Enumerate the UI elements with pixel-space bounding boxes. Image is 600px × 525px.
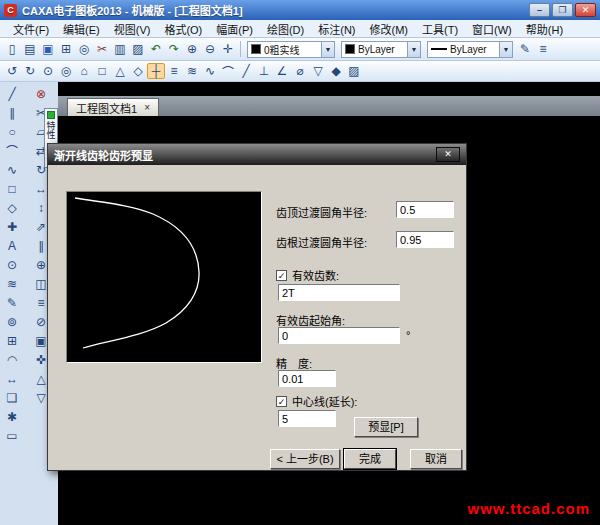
new-view-icon[interactable]: □ bbox=[93, 63, 111, 79]
redo-icon[interactable]: ↷ bbox=[165, 41, 183, 58]
menu-item[interactable]: 幅面(P) bbox=[209, 20, 260, 38]
tooth-profile-preview bbox=[66, 191, 262, 363]
back-button[interactable]: < 上一步(B) bbox=[270, 449, 340, 469]
center-circle-icon[interactable]: ⊙ bbox=[3, 255, 21, 274]
wide-rect-icon[interactable]: ▭ bbox=[3, 426, 21, 445]
line-icon[interactable]: ╱ bbox=[3, 84, 21, 103]
root-fillet-input[interactable] bbox=[396, 231, 454, 248]
close-button[interactable]: ✕ bbox=[575, 3, 596, 17]
copy-icon[interactable]: ▥ bbox=[111, 41, 129, 58]
perpendicular-icon[interactable]: ⊥ bbox=[255, 63, 273, 79]
main-area: ╱∥○⌒∿□◇✚A⊙≋✎⊚⊞◠↔❏✱▭ ⊗✂▱⇄↻↔↕⇗∥⊕◫≡⊘▣✜△▽ 工程… bbox=[0, 82, 600, 525]
new-file-icon[interactable]: ▯ bbox=[3, 41, 21, 58]
arc-icon[interactable]: ⌒ bbox=[3, 141, 21, 160]
edit-style-icon[interactable]: ✎ bbox=[516, 41, 534, 58]
menu-item[interactable]: 帮助(H) bbox=[519, 20, 570, 38]
save-icon[interactable]: ▣ bbox=[39, 41, 57, 58]
line-tool-icon[interactable]: ╱ bbox=[237, 63, 255, 79]
chevron-down-icon[interactable]: ▼ bbox=[321, 42, 334, 57]
zoom-window-icon[interactable]: ◎ bbox=[57, 63, 75, 79]
start-angle-input[interactable] bbox=[278, 327, 400, 344]
paste-icon[interactable]: ▨ bbox=[129, 41, 147, 58]
grid-icon[interactable]: ⊞ bbox=[3, 331, 21, 350]
centerline-checkbox[interactable]: ✓ bbox=[276, 396, 287, 407]
maximize-button[interactable]: ❐ bbox=[552, 3, 573, 17]
menu-item[interactable]: 视图(V) bbox=[107, 20, 158, 38]
preview-button[interactable]: 预显[P] bbox=[354, 417, 418, 437]
menu-item[interactable]: 编辑(E) bbox=[56, 20, 107, 38]
rectangle-icon[interactable]: □ bbox=[3, 179, 21, 198]
linear-dimension-icon[interactable]: ↔ bbox=[3, 369, 21, 388]
menu-item[interactable]: 格式(O) bbox=[157, 20, 209, 38]
menu-bar: 文件(F)编辑(E)视图(V)格式(O)幅面(P)绘图(D)标注(N)修改(M)… bbox=[0, 20, 600, 38]
three-point-arc-icon[interactable]: ◠ bbox=[3, 350, 21, 369]
polygon-icon[interactable]: ◇ bbox=[3, 198, 21, 217]
text-icon[interactable]: A bbox=[3, 236, 21, 255]
diameter-dimension-icon[interactable]: ⌀ bbox=[291, 63, 309, 79]
precision-input[interactable] bbox=[278, 370, 336, 387]
home-view-icon[interactable]: ⌂ bbox=[75, 63, 93, 79]
print-icon[interactable]: ⊞ bbox=[57, 41, 75, 58]
parallel-line-icon[interactable]: ∥ bbox=[3, 103, 21, 122]
block-icon[interactable]: ❏ bbox=[3, 388, 21, 407]
tab-close-icon[interactable]: × bbox=[144, 102, 150, 113]
position-icon[interactable]: ⊚ bbox=[3, 312, 21, 331]
pattern-fill-icon[interactable]: ▨ bbox=[345, 63, 363, 79]
diamond-tool-icon[interactable]: ◆ bbox=[327, 63, 345, 79]
dialog-close-button[interactable]: ✕ bbox=[436, 147, 460, 162]
redraw-icon[interactable]: ↻ bbox=[21, 63, 39, 79]
pan-icon[interactable]: ✛ bbox=[219, 41, 237, 58]
finish-button[interactable]: 完成 bbox=[344, 449, 396, 469]
toolbar-separator bbox=[240, 41, 241, 57]
datum-icon[interactable]: ▽ bbox=[309, 63, 327, 79]
polygon-tool-icon[interactable]: ◇ bbox=[129, 63, 147, 79]
angle-dimension-icon[interactable]: ∠ bbox=[273, 63, 291, 79]
menu-item[interactable]: 修改(M) bbox=[363, 20, 416, 38]
minimize-button[interactable]: – bbox=[529, 3, 550, 17]
refresh-view-icon[interactable]: ↺ bbox=[3, 63, 21, 79]
menu-item[interactable]: 标注(N) bbox=[311, 20, 362, 38]
chevron-down-icon[interactable]: ▼ bbox=[499, 42, 512, 57]
menu-item[interactable]: 窗口(W) bbox=[465, 20, 519, 38]
menu-item[interactable]: 文件(F) bbox=[6, 20, 56, 38]
spline-icon[interactable]: ∿ bbox=[3, 160, 21, 179]
zoom-out-icon[interactable]: ⊖ bbox=[201, 41, 219, 58]
arc-tool-icon[interactable]: ⌒ bbox=[219, 63, 237, 79]
tip-fillet-label: 齿顶过渡圆角半径: bbox=[276, 204, 367, 220]
tip-fillet-input[interactable] bbox=[396, 201, 454, 218]
format-painter-icon[interactable]: ≡ bbox=[534, 41, 552, 58]
centerline-input[interactable] bbox=[278, 410, 336, 427]
titlebar: C CAXA电子图板2013 - 机械版 - [工程图文档1] – ❐ ✕ bbox=[0, 0, 600, 20]
hatch-icon[interactable]: ≋ bbox=[183, 63, 201, 79]
effective-teeth-checkbox[interactable]: ✓ bbox=[276, 270, 287, 281]
toolbar-main-icons: ▯▤▣⊞◎✂▥▨↶↷⊕⊖✛ bbox=[3, 41, 237, 58]
open-file-icon[interactable]: ▤ bbox=[21, 41, 39, 58]
layer-combo[interactable]: 0粗实线 ▼ bbox=[247, 41, 335, 58]
chevron-down-icon[interactable]: ▼ bbox=[407, 42, 420, 57]
menu-item[interactable]: 工具(T) bbox=[415, 20, 465, 38]
point-icon[interactable]: ✚ bbox=[3, 217, 21, 236]
sketch-icon[interactable]: ✎ bbox=[3, 293, 21, 312]
delete-icon[interactable]: ⊗ bbox=[32, 84, 50, 103]
undo-icon[interactable]: ↶ bbox=[147, 41, 165, 58]
crosshair-tool-icon[interactable]: ┼ bbox=[147, 63, 165, 79]
document-tab[interactable]: 工程图文档1 × bbox=[67, 98, 159, 116]
zoom-in-icon[interactable]: ⊕ bbox=[183, 41, 201, 58]
draw-toolbar: ╱∥○⌒∿□◇✚A⊙≋✎⊚⊞◠↔❏✱▭ bbox=[1, 84, 23, 525]
triangle-tool-icon[interactable]: △ bbox=[111, 63, 129, 79]
hatch-fill-icon[interactable]: ≋ bbox=[3, 274, 21, 293]
circle-icon[interactable]: ○ bbox=[3, 122, 21, 141]
dialog-titlebar[interactable]: 渐开线齿轮齿形预显 ✕ bbox=[48, 144, 466, 165]
print-preview-icon[interactable]: ◎ bbox=[75, 41, 93, 58]
layer-manager-icon[interactable]: ≡ bbox=[165, 63, 183, 79]
zoom-extents-icon[interactable]: ⊙ bbox=[39, 63, 57, 79]
cancel-button[interactable]: 取消 bbox=[410, 449, 462, 469]
star-icon[interactable]: ✱ bbox=[3, 407, 21, 426]
color-combo[interactable]: ByLayer ▼ bbox=[341, 41, 421, 58]
cut-icon[interactable]: ✂ bbox=[93, 41, 111, 58]
spline-tool-icon[interactable]: ∿ bbox=[201, 63, 219, 79]
palette-label: 特性 bbox=[45, 121, 58, 139]
menu-item[interactable]: 绘图(D) bbox=[260, 20, 311, 38]
linetype-combo[interactable]: ByLayer ▼ bbox=[427, 41, 513, 58]
effective-teeth-input[interactable] bbox=[278, 284, 400, 301]
